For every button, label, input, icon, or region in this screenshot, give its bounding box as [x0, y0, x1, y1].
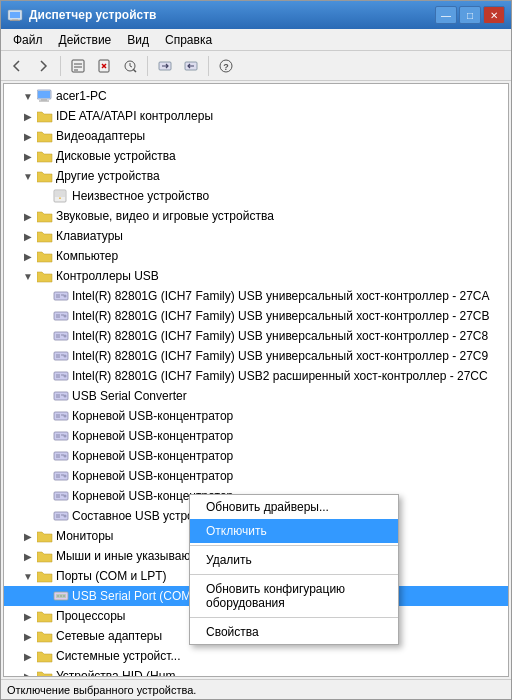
tree-item[interactable]: Intel(R) 82801G (ICH7 Family) USB универ…	[4, 346, 508, 366]
expand-icon[interactable]: ▶	[20, 131, 36, 142]
expand-icon[interactable]: ▶	[20, 671, 36, 677]
folder-icon	[36, 668, 54, 676]
item-label: Корневой USB-концентратор	[72, 469, 233, 483]
expand-icon[interactable]: ▶	[20, 611, 36, 622]
update-driver-button[interactable]	[153, 54, 177, 78]
usb-icon	[52, 388, 70, 404]
svg-point-46	[64, 395, 67, 398]
tree-item[interactable]: Intel(R) 82801G (ICH7 Family) USB универ…	[4, 326, 508, 346]
svg-point-34	[64, 335, 67, 338]
expand-icon[interactable]: ▼	[20, 271, 36, 282]
tree-item[interactable]: ▶ Клавиатуры	[4, 226, 508, 246]
back-button[interactable]	[5, 54, 29, 78]
folder-icon	[36, 568, 54, 584]
status-text: Отключение выбранного устройства.	[7, 684, 196, 696]
uninstall-button[interactable]	[92, 54, 116, 78]
item-label: Порты (COM и LPT)	[56, 569, 167, 583]
svg-rect-1	[10, 12, 20, 18]
svg-rect-28	[56, 314, 60, 318]
ctx-disable[interactable]: Отключить	[190, 519, 398, 543]
expand-icon[interactable]: ▶	[20, 211, 36, 222]
ctx-remove[interactable]: Удалить	[190, 548, 398, 572]
tree-item[interactable]: ▶ Звуковые, видео и игровые устройства	[4, 206, 508, 226]
tree-item[interactable]: ▼ Контроллеры USB	[4, 266, 508, 286]
ctx-update[interactable]: Обновить драйверы...	[190, 495, 398, 519]
svg-rect-17	[38, 91, 50, 98]
expand-icon[interactable]: ▶	[20, 151, 36, 162]
rollback-button[interactable]	[179, 54, 203, 78]
tree-item[interactable]: Корневой USB-концентратор	[4, 446, 508, 466]
item-label: Системные устройст...	[56, 649, 181, 663]
usb-icon	[52, 368, 70, 384]
expand-icon[interactable]: ▶	[20, 251, 36, 262]
svg-rect-52	[56, 434, 60, 438]
properties-button[interactable]	[66, 54, 90, 78]
expand-icon[interactable]: ▶	[20, 231, 36, 242]
tree-item[interactable]: Intel(R) 82801G (ICH7 Family) USB универ…	[4, 286, 508, 306]
tree-item[interactable]: ▶ Системные устройст...	[4, 646, 508, 666]
tree-item[interactable]: Intel(R) 82801G (ICH7 Family) USB2 расши…	[4, 366, 508, 386]
item-label: Видеоадаптеры	[56, 129, 145, 143]
root-expand-icon[interactable]: ▼	[20, 91, 36, 102]
ctx-props[interactable]: Свойства	[190, 620, 398, 644]
tree-item[interactable]: ! Неизвестное устройство	[4, 186, 508, 206]
svg-rect-60	[56, 474, 60, 478]
maximize-button[interactable]: □	[459, 6, 481, 24]
expand-icon[interactable]: ▶	[20, 651, 36, 662]
folder-icon	[36, 648, 54, 664]
item-label: Intel(R) 82801G (ICH7 Family) USB универ…	[72, 309, 490, 323]
menu-view[interactable]: Вид	[119, 31, 157, 49]
scan-button[interactable]	[118, 54, 142, 78]
menu-file[interactable]: Файл	[5, 31, 51, 49]
close-button[interactable]: ✕	[483, 6, 505, 24]
folder-icon	[36, 548, 54, 564]
context-menu-separator	[190, 617, 398, 618]
svg-point-38	[64, 355, 67, 358]
svg-rect-44	[56, 394, 60, 398]
window-icon	[7, 7, 23, 23]
folder-icon	[36, 128, 54, 144]
port-icon	[52, 588, 70, 604]
tree-item[interactable]: ▶ IDE ATA/ATAPI контроллеры	[4, 106, 508, 126]
svg-point-54	[64, 435, 67, 438]
item-label: Звуковые, видео и игровые устройства	[56, 209, 274, 223]
folder-icon	[36, 208, 54, 224]
svg-rect-56	[56, 454, 60, 458]
svg-point-50	[64, 415, 67, 418]
tree-item[interactable]: Корневой USB-концентратор	[4, 466, 508, 486]
expand-icon[interactable]: ▶	[20, 551, 36, 562]
menu-action[interactable]: Действие	[51, 31, 120, 49]
forward-button[interactable]	[31, 54, 55, 78]
tree-item[interactable]: ▶ Видеоадаптеры	[4, 126, 508, 146]
tree-root[interactable]: ▼ acer1-PC	[4, 86, 508, 106]
ctx-refresh[interactable]: Обновить конфигурацию оборудования	[190, 577, 398, 615]
tree-item[interactable]: ▶ Устройства HID (Hum...	[4, 666, 508, 676]
usb-icon	[52, 448, 70, 464]
computer-icon	[36, 88, 54, 104]
expand-icon[interactable]: ▶	[20, 531, 36, 542]
usb-icon	[52, 508, 70, 524]
item-label: Корневой USB-концентратор	[72, 429, 233, 443]
expand-icon[interactable]: ▼	[20, 571, 36, 582]
tree-item[interactable]: Корневой USB-концентратор	[4, 406, 508, 426]
help-button[interactable]: ?	[214, 54, 238, 78]
tree-item[interactable]: Корневой USB-концентратор	[4, 426, 508, 446]
item-label: Intel(R) 82801G (ICH7 Family) USB универ…	[72, 349, 488, 363]
expand-icon[interactable]: ▶	[20, 111, 36, 122]
menu-help[interactable]: Справка	[157, 31, 220, 49]
tree-item[interactable]: ▶ Дисковые устройства	[4, 146, 508, 166]
minimize-button[interactable]: —	[435, 6, 457, 24]
menu-bar: Файл Действие Вид Справка	[1, 29, 511, 51]
svg-rect-19	[39, 101, 49, 102]
tree-item[interactable]: Intel(R) 82801G (ICH7 Family) USB универ…	[4, 306, 508, 326]
item-label: Дисковые устройства	[56, 149, 176, 163]
usb-icon	[52, 408, 70, 424]
tree-item[interactable]: ▼ Другие устройства	[4, 166, 508, 186]
tree-item[interactable]: USB Serial Converter	[4, 386, 508, 406]
context-menu-separator	[190, 574, 398, 575]
expand-icon[interactable]: ▼	[20, 171, 36, 182]
expand-icon[interactable]: ▶	[20, 631, 36, 642]
folder-icon	[36, 248, 54, 264]
item-label: Корневой USB-концентратор	[72, 449, 233, 463]
tree-item[interactable]: ▶ Компьютер	[4, 246, 508, 266]
